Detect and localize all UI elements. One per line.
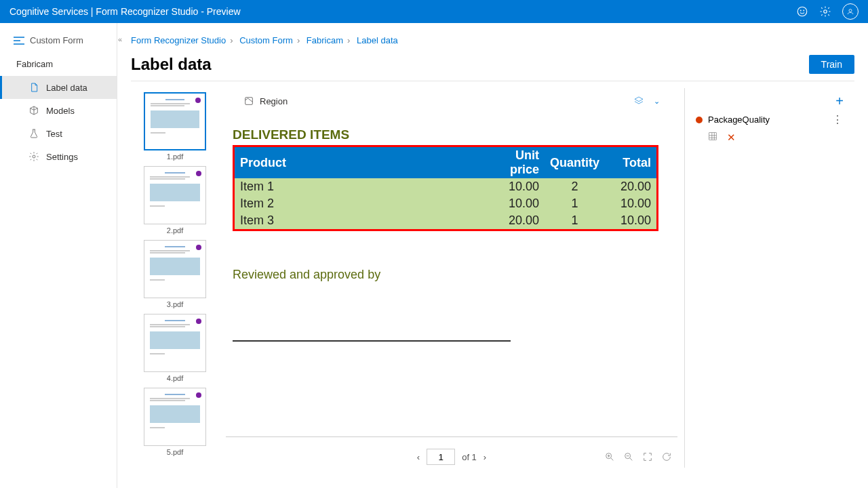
svg-point-3 — [824, 10, 827, 14]
svg-point-4 — [849, 9, 852, 12]
sidebar-head-label: Custom Form — [30, 35, 83, 45]
sidebar-item-settings[interactable]: Settings — [0, 145, 117, 168]
thumb-label: 3.pdf — [144, 298, 206, 310]
page-input[interactable] — [427, 449, 455, 465]
gear-icon — [28, 151, 39, 162]
document-icon — [28, 82, 39, 93]
tag-more-icon[interactable]: ⋮ — [832, 113, 844, 126]
th-unitprice: Unit price — [484, 147, 545, 178]
items-table: Product Unit price Quantity Total Item 1… — [235, 147, 656, 229]
thumbnail[interactable]: 3.pdf — [144, 240, 206, 310]
sidebar-item-models[interactable]: Models — [0, 99, 117, 122]
list-icon — [14, 37, 24, 45]
chevron-down-icon[interactable]: ⌄ — [654, 97, 660, 106]
page-total: of 1 — [462, 452, 477, 462]
thumb-label: 2.pdf — [144, 224, 206, 237]
sidebar-item-test[interactable]: Test — [0, 122, 117, 145]
add-tag-button[interactable]: + — [835, 94, 844, 109]
sidebar-head: Custom Form — [0, 33, 117, 55]
svg-point-0 — [797, 7, 807, 16]
train-button[interactable]: Train — [809, 55, 854, 74]
thumbnail[interactable]: 1.pdf — [144, 92, 206, 163]
flask-icon — [28, 128, 39, 139]
thumbnail[interactable]: 5.pdf — [144, 388, 206, 458]
svg-point-5 — [33, 155, 35, 158]
sidebar: « Custom Form Fabricam Label data Models… — [0, 23, 117, 488]
th-quantity: Quantity — [545, 147, 605, 178]
svg-point-1 — [800, 10, 801, 11]
page-title: Label data — [131, 55, 809, 74]
selection-box[interactable]: Product Unit price Quantity Total Item 1… — [233, 145, 658, 231]
crumb[interactable]: Custom Form — [239, 35, 293, 45]
app-header: Cognitive Services | Form Recognizer Stu… — [0, 0, 868, 23]
layers-icon[interactable] — [633, 96, 644, 106]
svg-point-2 — [804, 10, 804, 11]
next-page-icon[interactable]: › — [484, 452, 486, 462]
prev-page-icon[interactable]: ‹ — [417, 452, 420, 462]
gear-icon[interactable] — [819, 5, 831, 18]
table-icon[interactable] — [708, 131, 717, 141]
sidebar-item-label: Label data — [46, 83, 87, 93]
th-total: Total — [605, 147, 656, 178]
th-product: Product — [235, 147, 484, 178]
reviewed-label: Reviewed and approved by — [233, 268, 658, 282]
region-icon — [243, 96, 254, 106]
rotate-icon[interactable] — [661, 451, 672, 462]
app-title: Cognitive Services | Form Recognizer Stu… — [9, 6, 796, 17]
sidebar-item-label: Settings — [46, 152, 78, 162]
table-row: Item 210.00110.00 — [235, 195, 656, 212]
breadcrumb: Form Recognizer Studio› Custom Form› Fab… — [131, 35, 854, 45]
thumbnail[interactable]: 2.pdf — [144, 166, 206, 237]
thumbnail[interactable]: 4.pdf — [144, 314, 206, 384]
sidebar-item-label-data[interactable]: Label data — [0, 76, 117, 99]
crumb[interactable]: Form Recognizer Studio — [131, 35, 226, 45]
crumb[interactable]: Fabricam — [307, 35, 343, 45]
section-title: DELIVERED ITEMS — [233, 127, 658, 142]
thumb-label: 4.pdf — [144, 372, 206, 384]
project-name[interactable]: Fabricam — [0, 55, 117, 76]
crumb[interactable]: Label data — [357, 35, 398, 45]
close-icon[interactable]: ✕ — [727, 131, 736, 144]
table-row: Item 320.00110.00 — [235, 212, 656, 229]
tag-name: PackageQuality — [708, 115, 770, 125]
signature-line — [233, 340, 511, 342]
thumb-label: 5.pdf — [144, 446, 206, 458]
svg-rect-9 — [709, 133, 717, 140]
cube-icon — [28, 105, 39, 116]
smile-icon[interactable] — [796, 5, 808, 18]
tags-panel: + PackageQuality ⋮ ✕ — [685, 88, 854, 468]
user-avatar[interactable] — [842, 3, 859, 20]
tag-color-dot — [696, 117, 703, 123]
canvas-pane: Region ⌄ DELIVERED ITEMS Product Unit pr… — [219, 88, 685, 468]
thumb-label: 1.pdf — [144, 150, 206, 163]
region-tool[interactable]: Region — [243, 96, 288, 106]
zoom-out-icon[interactable] — [623, 451, 634, 462]
tag-row[interactable]: PackageQuality ⋮ — [696, 113, 844, 126]
sidebar-item-label: Test — [46, 129, 62, 139]
zoom-in-icon[interactable] — [604, 451, 615, 462]
pager: ‹ of 1 › — [219, 449, 684, 465]
region-label: Region — [260, 96, 288, 106]
fit-icon[interactable] — [642, 451, 653, 462]
thumbnail-list: 1.pdf 2.pdf 3.pdf 4.pdf 5.pdf — [131, 88, 219, 468]
table-row: Item 110.00220.00 — [235, 178, 656, 195]
sidebar-item-label: Models — [46, 106, 75, 116]
